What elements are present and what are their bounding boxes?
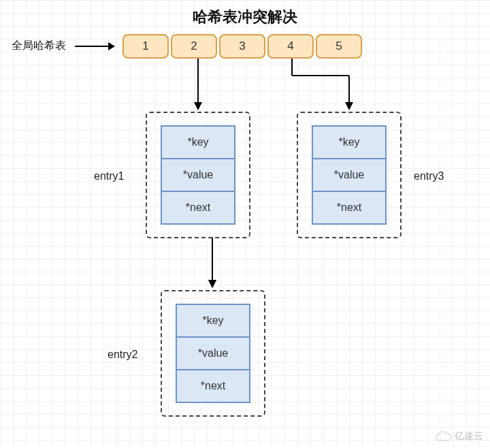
bucket-row: 1 2 3 4 5 [122, 34, 362, 59]
arrow-label-to-buckets [75, 46, 114, 47]
entry2-next: *next [176, 369, 250, 403]
bucket-2: 2 [171, 34, 217, 59]
entry2-label: entry2 [108, 349, 137, 361]
entry1-next: *next [161, 191, 235, 225]
svg-marker-5 [345, 102, 353, 110]
entry3-next: *next [312, 191, 387, 225]
entry3-value: *value [312, 158, 387, 192]
entry1-value: *value [161, 158, 235, 192]
entry1-box: *key *value *next [146, 112, 250, 238]
svg-marker-1 [194, 102, 202, 110]
entry3-label: entry3 [414, 170, 444, 182]
entry2-value: *value [176, 336, 250, 370]
entry3-box: *key *value *next [297, 112, 402, 238]
entry2-box: *key *value *next [161, 290, 265, 417]
entry1-label: entry1 [94, 170, 124, 182]
bucket-3: 3 [219, 34, 265, 59]
watermark: 亿速云 [436, 430, 483, 443]
bucket-5: 5 [316, 34, 362, 59]
arrow-bucket4-entry3 [290, 59, 365, 113]
watermark-text: 亿速云 [455, 430, 483, 443]
diagram-title: 哈希表冲突解决 [0, 7, 490, 27]
cloud-icon [436, 431, 452, 442]
arrow-entry1-entry2 [208, 238, 217, 291]
entry1-key: *key [161, 125, 235, 159]
svg-marker-8 [208, 280, 216, 288]
bucket-4: 4 [267, 34, 314, 59]
global-hash-label: 全局哈希表 [12, 39, 66, 53]
entry2-key: *key [176, 304, 250, 338]
entry3-key: *key [312, 125, 387, 159]
bucket-1: 1 [122, 34, 169, 59]
arrow-bucket2-entry1 [193, 59, 203, 113]
